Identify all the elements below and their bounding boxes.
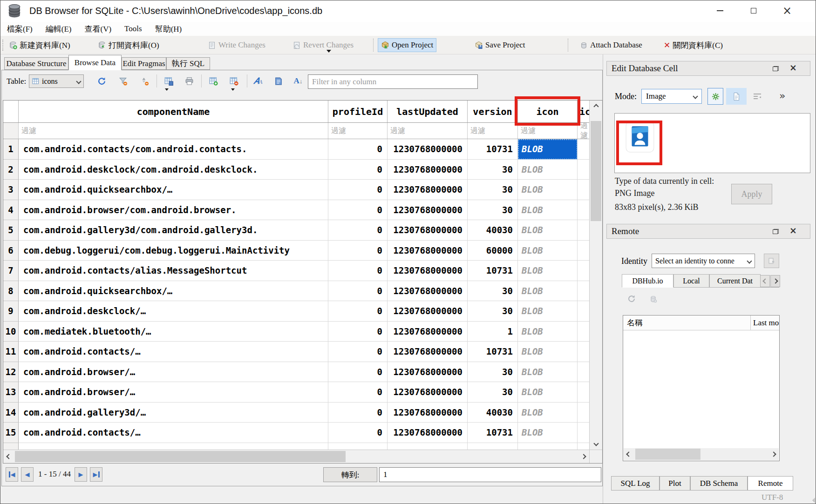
dock-tab-db-schema[interactable]: DB Schema [690, 476, 748, 491]
cell-componentname[interactable]: com.android.browser/com.android.browser. [19, 200, 328, 221]
row-number[interactable]: 1 [3, 139, 19, 160]
goto-cell-button[interactable]: A↓ [292, 74, 305, 87]
vertical-scroll-thumb[interactable] [591, 121, 601, 221]
save-table-button[interactable] [162, 74, 175, 87]
cell-version[interactable]: 30 [468, 301, 518, 322]
cell-clipped[interactable] [578, 301, 589, 322]
float-panel-button[interactable] [771, 227, 780, 235]
dock-tab-sql-log[interactable]: SQL Log [611, 476, 660, 491]
cell-lastupdated[interactable]: 1230768000000 [388, 241, 468, 261]
open-project-button[interactable]: Open Project [378, 38, 436, 52]
last-modified-column-header[interactable]: Last mo [750, 318, 779, 328]
revert-changes-button[interactable]: Revert Changes [290, 38, 356, 52]
clear-filters-button[interactable] [116, 74, 129, 87]
cell-componentname[interactable]: com.android.browser/… [19, 362, 328, 383]
dropdown-arrow-icon[interactable] [231, 88, 235, 91]
last-page-button[interactable]: ▶ [90, 467, 102, 482]
cell-profileid[interactable]: 0 [328, 200, 388, 221]
cell-icon-blob[interactable]: BLOB [518, 362, 578, 383]
cell-clipped[interactable] [578, 261, 589, 281]
cell-version[interactable]: 1 [468, 322, 518, 342]
cell-lastupdated[interactable]: 1230768000000 [388, 423, 468, 443]
cell-componentname[interactable]: com.android.deskclock/com.android.deskcl… [19, 160, 328, 180]
attach-database-button[interactable]: Attach Database [577, 38, 645, 52]
clear-sort-button[interactable] [138, 74, 151, 87]
scroll-thumb[interactable] [635, 449, 700, 460]
clone-database-button[interactable] [764, 254, 779, 268]
row-number[interactable]: 11 [3, 342, 19, 362]
cell-componentname[interactable]: com.android.contacts/alias.MessageShortc… [19, 261, 328, 281]
cell-icon-blob[interactable]: BLOB [518, 281, 578, 302]
row-number[interactable]: 7 [3, 261, 19, 281]
write-changes-button[interactable]: Write Changes [205, 38, 268, 52]
scroll-right-button[interactable] [768, 448, 779, 460]
cell-icon-blob[interactable]: BLOB [518, 301, 578, 322]
resize-grip-icon[interactable] [809, 497, 815, 503]
scroll-right-button[interactable] [578, 450, 589, 463]
vertical-scrollbar[interactable] [589, 101, 602, 450]
cell-componentname[interactable]: com.android.contacts/com.android.contact… [19, 139, 328, 160]
cell-icon-blob[interactable]: BLOB [518, 342, 578, 362]
next-page-button[interactable]: ▶ [75, 467, 87, 482]
menu-item-view[interactable]: 查看(V) [78, 22, 118, 36]
remote-database-list[interactable]: 名稱 Last mo [623, 315, 780, 461]
open-database-button[interactable]: 打開資料庫(O) [95, 38, 162, 52]
cell-lastupdated[interactable]: 1230768000000 [388, 301, 468, 322]
print-button[interactable] [183, 74, 196, 87]
cell-version[interactable]: 10731 [468, 423, 518, 443]
cell-icon-blob[interactable]: BLOB [518, 160, 578, 180]
cell-profileid[interactable]: 0 [328, 241, 388, 261]
filter-input[interactable] [308, 74, 478, 89]
horizontal-scroll-thumb[interactable] [15, 451, 346, 462]
cell-icon-blob[interactable]: BLOB [518, 180, 578, 200]
goto-input[interactable] [379, 467, 601, 482]
dock-tab-remote[interactable]: Remote [748, 476, 793, 491]
filter-componentname[interactable]: 過濾 [19, 123, 328, 139]
horizontal-scrollbar[interactable] [3, 450, 589, 463]
cell-profileid[interactable]: 0 [328, 342, 388, 362]
cell-lastupdated[interactable]: 1230768000000 [388, 160, 468, 180]
cell-clipped[interactable] [578, 160, 589, 180]
cell-profileid[interactable]: 0 [328, 322, 388, 342]
row-number[interactable]: 8 [3, 281, 19, 302]
cell-clipped[interactable] [578, 322, 589, 342]
cell-version[interactable]: 30 [468, 281, 518, 302]
cell-lastupdated[interactable]: 1230768000000 [388, 382, 468, 403]
close-database-button[interactable]: ✕ 關閉資料庫(C) [661, 38, 726, 52]
close-panel-button[interactable]: × [789, 226, 798, 235]
cell-icon-blob[interactable]: BLOB [518, 139, 578, 160]
cell-lastupdated[interactable]: 1230768000000 [388, 322, 468, 342]
cell-componentname[interactable]: com.android.quicksearchbox/… [19, 180, 328, 200]
row-number[interactable]: 14 [3, 403, 19, 423]
cell-clipped[interactable] [578, 200, 589, 221]
column-header-componentname[interactable]: componentName [19, 101, 328, 122]
cell-clipped[interactable] [3, 443, 19, 450]
refresh-table-button[interactable] [95, 74, 108, 87]
apply-button[interactable]: Apply [731, 184, 772, 204]
panel-overflow-chevron[interactable]: » [779, 90, 785, 101]
cell-componentname[interactable]: com.mediatek.bluetooth/… [19, 322, 328, 342]
remote-list-scrollbar[interactable] [624, 448, 779, 460]
word-wrap-button[interactable] [751, 88, 763, 105]
identity-select[interactable]: Select an identity to conne [652, 254, 755, 268]
cell-componentname[interactable]: com.android.contacts/… [19, 342, 328, 362]
cell-clipped[interactable] [578, 443, 589, 450]
save-project-button[interactable]: Save Project [472, 38, 528, 52]
row-number[interactable]: 10 [3, 322, 19, 342]
cell-lastupdated[interactable]: 1230768000000 [388, 281, 468, 302]
cell-componentname[interactable]: com.android.deskclock/… [19, 301, 328, 322]
cell-lastupdated[interactable]: 1230768000000 [388, 200, 468, 221]
row-number[interactable]: 12 [3, 362, 19, 383]
cell-version[interactable]: 30 [468, 382, 518, 403]
delete-record-button[interactable] [227, 74, 240, 87]
cell-icon-blob[interactable]: BLOB [518, 403, 578, 423]
cell-componentname[interactable]: com.debug.loggerui/com.debug.loggerui.Ma… [19, 241, 328, 261]
cell-version[interactable]: 30 [468, 200, 518, 221]
menu-item-help[interactable]: 幫助(H) [149, 22, 189, 36]
cell-profileid[interactable]: 0 [328, 160, 388, 180]
cell-icon-blob[interactable]: BLOB [518, 322, 578, 342]
cell-version[interactable]: 10731 [468, 139, 518, 160]
new-database-button[interactable]: 新建資料庫(N) [6, 38, 73, 52]
scroll-left-button[interactable] [624, 448, 634, 460]
column-header-lastupdated[interactable]: lastUpdated [388, 101, 468, 122]
